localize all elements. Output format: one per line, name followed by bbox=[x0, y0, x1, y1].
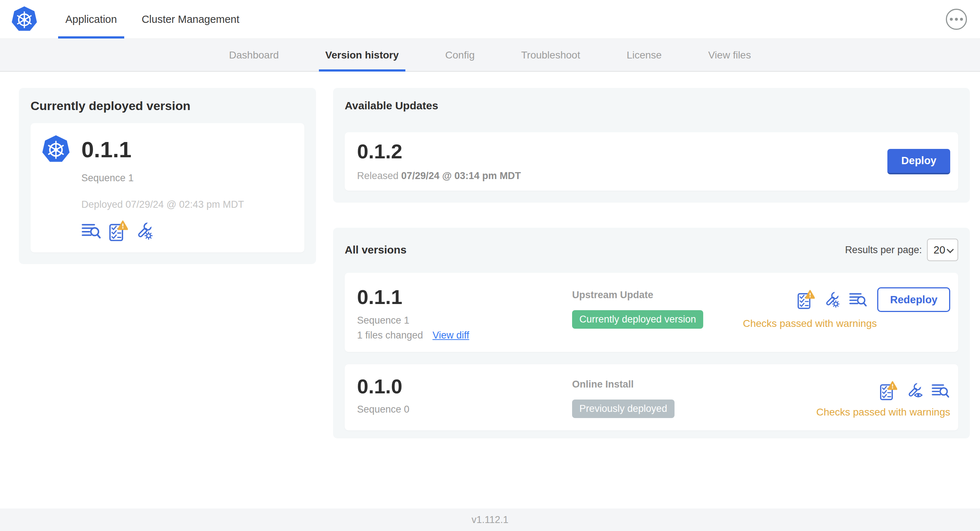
results-per-page-label: Results per page: bbox=[845, 245, 922, 256]
edit-config-icon[interactable] bbox=[135, 222, 153, 240]
top-nav: Application Cluster Management bbox=[0, 0, 980, 39]
available-updates-panel: Available Updates 0.1.2 Released 07/29/2… bbox=[333, 88, 970, 203]
row-version-number: 0.1.1 bbox=[357, 286, 572, 308]
tab-application-label: Application bbox=[65, 13, 117, 25]
released-timestamp: 07/29/24 @ 03:14 pm MDT bbox=[401, 170, 521, 181]
right-column: Available Updates 0.1.2 Released 07/29/2… bbox=[333, 88, 970, 439]
console-version: v1.112.1 bbox=[471, 514, 509, 526]
deployed-version-card: 0.1.1 Sequence 1 Deployed 07/29/24 @ 02:… bbox=[30, 123, 304, 253]
preflight-status-link[interactable]: Checks passed with warnings bbox=[816, 406, 950, 418]
deploy-button[interactable]: Deploy bbox=[888, 149, 950, 174]
preflight-status-link[interactable]: Checks passed with warnings bbox=[743, 318, 877, 329]
chevron-down-icon: 20 bbox=[927, 238, 958, 261]
app-kubernetes-icon bbox=[41, 135, 70, 164]
row-sequence: Sequence 1 bbox=[357, 315, 572, 326]
tab-cluster-management[interactable]: Cluster Management bbox=[129, 0, 252, 38]
view-config-icon[interactable] bbox=[906, 382, 923, 399]
deployed-timestamp: Deployed 07/29/24 @ 02:43 pm MDT bbox=[81, 199, 293, 210]
tab-version-history[interactable]: Version history bbox=[302, 39, 422, 71]
edit-config-icon[interactable] bbox=[823, 291, 840, 308]
preflight-checks-warning-icon[interactable] bbox=[797, 290, 815, 310]
row-source-label: Online Install bbox=[572, 379, 816, 390]
tab-dashboard[interactable]: Dashboard bbox=[206, 39, 302, 71]
all-versions-panel: All versions Results per page: 20 0.1.1 bbox=[333, 228, 970, 439]
redeploy-button[interactable]: Redeploy bbox=[877, 287, 950, 312]
kubernetes-logo-icon bbox=[11, 6, 38, 33]
kots-admin-console: Application Cluster Management Dashboard… bbox=[0, 0, 980, 531]
tab-config[interactable]: Config bbox=[422, 39, 498, 71]
app-subnav: Dashboard Version history Config Trouble… bbox=[0, 39, 980, 72]
version-row-0-1-0: 0.1.0 Sequence 0 Online Install Previous… bbox=[345, 364, 958, 431]
files-changed-label: 1 files changed bbox=[357, 330, 423, 341]
release-notes-icon[interactable] bbox=[931, 383, 950, 399]
row-sequence: Sequence 0 bbox=[357, 404, 572, 415]
tab-cluster-management-label: Cluster Management bbox=[142, 13, 239, 25]
results-per-page: Results per page: 20 bbox=[845, 238, 958, 261]
deployed-version-number: 0.1.1 bbox=[81, 137, 132, 162]
deployed-status-badge: Currently deployed version bbox=[572, 310, 703, 329]
tab-troubleshoot[interactable]: Troubleshoot bbox=[498, 39, 603, 71]
ellipsis-icon bbox=[950, 18, 963, 21]
footer: v1.112.1 bbox=[0, 509, 980, 531]
available-updates-title: Available Updates bbox=[345, 100, 958, 112]
row-version-number: 0.1.0 bbox=[357, 375, 572, 398]
update-card: 0.1.2 Released 07/29/24 @ 03:14 pm MDT D… bbox=[345, 132, 958, 191]
previously-deployed-badge: Previously deployed bbox=[572, 399, 675, 418]
results-per-page-select[interactable]: 20 bbox=[927, 238, 958, 261]
more-options-button[interactable] bbox=[946, 9, 967, 30]
row-source-label: Upstream Update bbox=[572, 289, 743, 301]
release-notes-icon[interactable] bbox=[81, 222, 102, 240]
update-released-line: Released 07/29/24 @ 03:14 pm MDT bbox=[357, 170, 888, 181]
release-notes-icon[interactable] bbox=[849, 292, 868, 308]
released-label: Released bbox=[357, 170, 398, 181]
preflight-checks-warning-icon[interactable] bbox=[880, 381, 897, 401]
view-diff-link[interactable]: View diff bbox=[433, 330, 469, 341]
top-nav-tabs: Application Cluster Management bbox=[53, 0, 252, 38]
deployed-panel-title: Currently deployed version bbox=[30, 99, 304, 113]
tab-license[interactable]: License bbox=[603, 39, 685, 71]
tab-view-files[interactable]: View files bbox=[685, 39, 775, 71]
version-row-0-1-1: 0.1.1 Sequence 1 1 files changed View di… bbox=[345, 273, 958, 352]
all-versions-title: All versions bbox=[345, 238, 406, 256]
currently-deployed-panel: Currently deployed version 0.1.1 Sequenc… bbox=[19, 88, 316, 264]
preflight-checks-warning-icon[interactable] bbox=[109, 221, 128, 242]
update-version-number: 0.1.2 bbox=[357, 141, 888, 162]
deployed-sequence: Sequence 1 bbox=[81, 173, 293, 184]
tab-application[interactable]: Application bbox=[53, 0, 129, 38]
main-content: Currently deployed version 0.1.1 Sequenc… bbox=[0, 72, 980, 509]
